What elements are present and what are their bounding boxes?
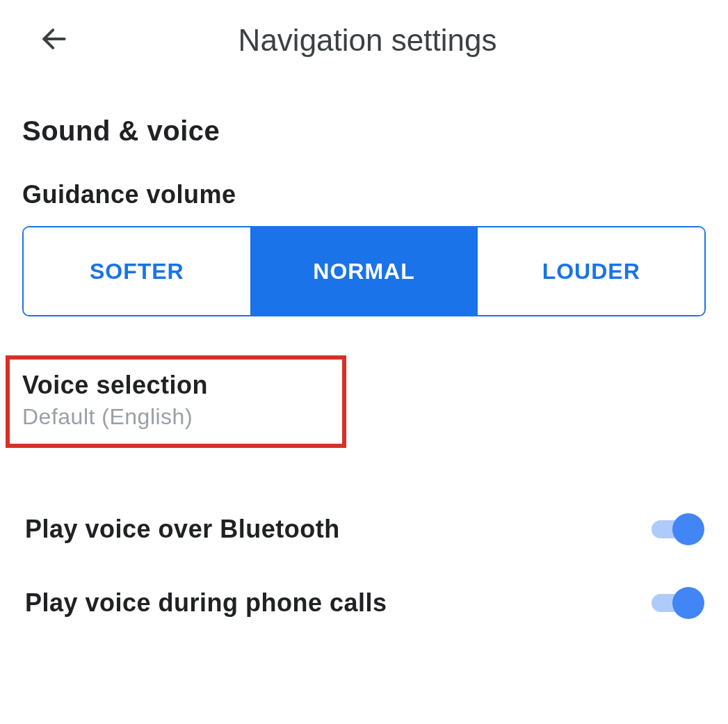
toggle-thumb (672, 513, 704, 545)
content: Sound & voice Guidance volume SOFTER NOR… (0, 81, 728, 640)
header: Navigation settings (0, 0, 728, 81)
toggle-row-phone-calls: Play voice during phone calls (22, 566, 706, 640)
page-title: Navigation settings (74, 23, 661, 58)
voice-selection-subtitle: Default (English) (22, 404, 330, 430)
voice-selection-title: Voice selection (22, 371, 330, 400)
phone-calls-toggle-label: Play voice during phone calls (25, 588, 387, 618)
back-button[interactable] (35, 21, 74, 60)
arrow-left-icon (39, 24, 70, 57)
volume-option-louder[interactable]: LOUDER (478, 227, 704, 315)
bluetooth-toggle-label: Play voice over Bluetooth (25, 515, 340, 544)
volume-option-normal[interactable]: NORMAL (251, 227, 478, 315)
guidance-volume-label: Guidance volume (22, 180, 706, 209)
section-heading-sound-voice: Sound & voice (22, 115, 706, 147)
guidance-volume-segmented: SOFTER NORMAL LOUDER (22, 226, 706, 316)
volume-option-softer[interactable]: SOFTER (24, 227, 251, 315)
toggle-row-bluetooth: Play voice over Bluetooth (22, 492, 706, 566)
toggle-thumb (672, 587, 704, 619)
bluetooth-toggle[interactable] (652, 515, 703, 544)
phone-calls-toggle[interactable] (652, 588, 703, 618)
voice-selection-row[interactable]: Voice selection Default (English) (6, 355, 346, 448)
